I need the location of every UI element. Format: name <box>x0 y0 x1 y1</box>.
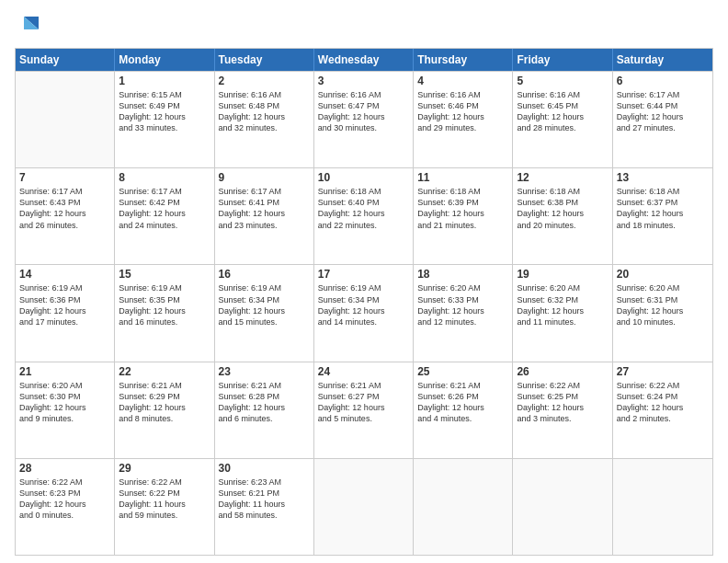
day-cell-15: 15Sunrise: 6:19 AMSunset: 6:35 PMDayligh… <box>115 265 214 361</box>
day-info-text: Sunrise: 6:21 AMSunset: 6:26 PMDaylight:… <box>417 380 508 425</box>
day-info-text: Sunrise: 6:17 AMSunset: 6:41 PMDaylight:… <box>219 186 310 231</box>
day-info-text: Sunrise: 6:16 AMSunset: 6:48 PMDaylight:… <box>219 89 310 134</box>
calendar-row-4: 21Sunrise: 6:20 AMSunset: 6:30 PMDayligh… <box>16 362 712 458</box>
day-cell-30: 30Sunrise: 6:23 AMSunset: 6:21 PMDayligh… <box>215 459 314 555</box>
header-day-friday: Friday <box>513 49 612 71</box>
calendar-row-1: 1Sunrise: 6:15 AMSunset: 6:49 PMDaylight… <box>16 71 712 167</box>
empty-cell <box>414 459 513 555</box>
day-cell-7: 7Sunrise: 6:17 AMSunset: 6:43 PMDaylight… <box>16 168 115 264</box>
day-number: 20 <box>617 268 709 281</box>
day-info-text: Sunrise: 6:18 AMSunset: 6:37 PMDaylight:… <box>617 186 709 231</box>
day-cell-27: 27Sunrise: 6:22 AMSunset: 6:24 PMDayligh… <box>613 362 712 458</box>
day-info-text: Sunrise: 6:20 AMSunset: 6:31 PMDaylight:… <box>617 282 709 327</box>
day-number: 18 <box>417 268 508 281</box>
day-cell-13: 13Sunrise: 6:18 AMSunset: 6:37 PMDayligh… <box>613 168 712 264</box>
header-day-sunday: Sunday <box>16 49 115 71</box>
day-info-text: Sunrise: 6:20 AMSunset: 6:33 PMDaylight:… <box>417 282 508 327</box>
calendar-row-2: 7Sunrise: 6:17 AMSunset: 6:43 PMDaylight… <box>16 167 712 264</box>
day-number: 23 <box>219 365 310 378</box>
day-number: 25 <box>417 365 508 378</box>
empty-cell <box>16 72 115 167</box>
calendar-body: 1Sunrise: 6:15 AMSunset: 6:49 PMDaylight… <box>16 71 712 555</box>
day-cell-24: 24Sunrise: 6:21 AMSunset: 6:27 PMDayligh… <box>314 362 414 458</box>
day-number: 14 <box>19 268 110 281</box>
day-cell-21: 21Sunrise: 6:20 AMSunset: 6:30 PMDayligh… <box>16 362 115 458</box>
day-number: 9 <box>219 171 310 184</box>
day-cell-17: 17Sunrise: 6:19 AMSunset: 6:34 PMDayligh… <box>314 265 414 361</box>
day-cell-10: 10Sunrise: 6:18 AMSunset: 6:40 PMDayligh… <box>314 168 414 264</box>
day-number: 6 <box>617 75 709 87</box>
empty-cell <box>613 459 712 555</box>
day-info-text: Sunrise: 6:19 AMSunset: 6:34 PMDaylight:… <box>318 282 409 327</box>
day-info-text: Sunrise: 6:19 AMSunset: 6:35 PMDaylight:… <box>119 282 210 327</box>
calendar-row-3: 14Sunrise: 6:19 AMSunset: 6:36 PMDayligh… <box>16 264 712 361</box>
day-info-text: Sunrise: 6:18 AMSunset: 6:38 PMDaylight:… <box>517 186 608 231</box>
day-number: 1 <box>119 75 210 87</box>
day-number: 3 <box>318 75 409 87</box>
page-container: SundayMondayTuesdayWednesdayThursdayFrid… <box>0 0 728 563</box>
day-number: 26 <box>517 365 608 378</box>
day-info-text: Sunrise: 6:19 AMSunset: 6:36 PMDaylight:… <box>19 282 110 327</box>
day-cell-12: 12Sunrise: 6:18 AMSunset: 6:38 PMDayligh… <box>513 168 612 264</box>
empty-cell <box>513 459 612 555</box>
logo-icon <box>15 11 42 39</box>
day-info-text: Sunrise: 6:16 AMSunset: 6:47 PMDaylight:… <box>318 89 409 134</box>
day-cell-8: 8Sunrise: 6:17 AMSunset: 6:42 PMDaylight… <box>115 168 214 264</box>
day-number: 24 <box>318 365 409 378</box>
day-number: 15 <box>119 268 210 281</box>
day-info-text: Sunrise: 6:15 AMSunset: 6:49 PMDaylight:… <box>119 89 210 134</box>
day-number: 5 <box>517 75 608 87</box>
day-number: 27 <box>617 365 709 378</box>
day-cell-20: 20Sunrise: 6:20 AMSunset: 6:31 PMDayligh… <box>613 265 712 361</box>
day-number: 16 <box>219 268 310 281</box>
day-number: 22 <box>119 365 210 378</box>
day-cell-18: 18Sunrise: 6:20 AMSunset: 6:33 PMDayligh… <box>414 265 513 361</box>
day-info-text: Sunrise: 6:22 AMSunset: 6:22 PMDaylight:… <box>119 477 210 522</box>
day-info-text: Sunrise: 6:17 AMSunset: 6:42 PMDaylight:… <box>119 186 210 231</box>
calendar: SundayMondayTuesdayWednesdayThursdayFrid… <box>15 48 713 556</box>
day-info-text: Sunrise: 6:19 AMSunset: 6:34 PMDaylight:… <box>219 282 310 327</box>
calendar-row-5: 28Sunrise: 6:22 AMSunset: 6:23 PMDayligh… <box>16 458 712 555</box>
day-number: 13 <box>617 171 709 184</box>
empty-cell <box>314 459 414 555</box>
day-info-text: Sunrise: 6:22 AMSunset: 6:25 PMDaylight:… <box>517 380 608 425</box>
day-number: 28 <box>19 462 110 475</box>
day-number: 30 <box>219 462 310 475</box>
day-number: 11 <box>417 171 508 184</box>
day-info-text: Sunrise: 6:22 AMSunset: 6:23 PMDaylight:… <box>19 477 110 522</box>
header-day-tuesday: Tuesday <box>215 49 314 71</box>
day-number: 10 <box>318 171 409 184</box>
day-info-text: Sunrise: 6:23 AMSunset: 6:21 PMDaylight:… <box>219 477 310 522</box>
day-info-text: Sunrise: 6:20 AMSunset: 6:32 PMDaylight:… <box>517 282 608 327</box>
day-cell-29: 29Sunrise: 6:22 AMSunset: 6:22 PMDayligh… <box>115 459 214 555</box>
day-info-text: Sunrise: 6:18 AMSunset: 6:39 PMDaylight:… <box>417 186 508 231</box>
page-header <box>15 11 713 39</box>
header-day-monday: Monday <box>115 49 214 71</box>
day-info-text: Sunrise: 6:21 AMSunset: 6:27 PMDaylight:… <box>318 380 409 425</box>
day-info-text: Sunrise: 6:21 AMSunset: 6:28 PMDaylight:… <box>219 380 310 425</box>
day-cell-11: 11Sunrise: 6:18 AMSunset: 6:39 PMDayligh… <box>414 168 513 264</box>
day-cell-5: 5Sunrise: 6:16 AMSunset: 6:45 PMDaylight… <box>513 72 612 167</box>
day-number: 21 <box>19 365 110 378</box>
logo <box>15 11 46 39</box>
day-cell-26: 26Sunrise: 6:22 AMSunset: 6:25 PMDayligh… <box>513 362 612 458</box>
day-cell-22: 22Sunrise: 6:21 AMSunset: 6:29 PMDayligh… <box>115 362 214 458</box>
day-cell-6: 6Sunrise: 6:17 AMSunset: 6:44 PMDaylight… <box>613 72 712 167</box>
day-info-text: Sunrise: 6:17 AMSunset: 6:43 PMDaylight:… <box>19 186 110 231</box>
day-cell-19: 19Sunrise: 6:20 AMSunset: 6:32 PMDayligh… <box>513 265 612 361</box>
day-info-text: Sunrise: 6:22 AMSunset: 6:24 PMDaylight:… <box>617 380 709 425</box>
day-number: 19 <box>517 268 608 281</box>
day-cell-16: 16Sunrise: 6:19 AMSunset: 6:34 PMDayligh… <box>215 265 314 361</box>
header-day-thursday: Thursday <box>414 49 513 71</box>
day-cell-14: 14Sunrise: 6:19 AMSunset: 6:36 PMDayligh… <box>16 265 115 361</box>
day-info-text: Sunrise: 6:16 AMSunset: 6:46 PMDaylight:… <box>417 89 508 134</box>
day-number: 4 <box>417 75 508 87</box>
calendar-header: SundayMondayTuesdayWednesdayThursdayFrid… <box>16 49 712 71</box>
day-info-text: Sunrise: 6:21 AMSunset: 6:29 PMDaylight:… <box>119 380 210 425</box>
header-day-saturday: Saturday <box>613 49 712 71</box>
day-number: 8 <box>119 171 210 184</box>
day-number: 2 <box>219 75 310 87</box>
day-cell-2: 2Sunrise: 6:16 AMSunset: 6:48 PMDaylight… <box>215 72 314 167</box>
day-cell-9: 9Sunrise: 6:17 AMSunset: 6:41 PMDaylight… <box>215 168 314 264</box>
day-cell-3: 3Sunrise: 6:16 AMSunset: 6:47 PMDaylight… <box>314 72 414 167</box>
